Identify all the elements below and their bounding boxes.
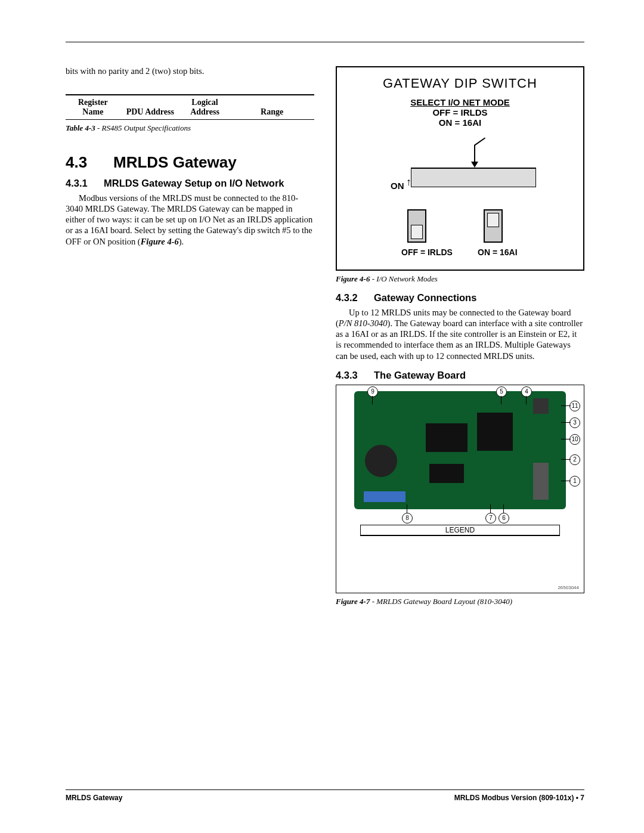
footer-right: MRLDS Modbus Version (809-101x) • 7 bbox=[454, 794, 584, 802]
gateway-board-figure: 9 5 4 11 3 10 2 1 8 7 6 bbox=[336, 385, 584, 593]
footer-row: MRLDS Gateway MRLDS Modbus Version (809-… bbox=[66, 794, 584, 802]
figure-4-7-caption: Figure 4-7 - MRLDS Gateway Board Layout … bbox=[336, 597, 584, 606]
col-register-name: Register Name bbox=[66, 95, 120, 120]
leader-line bbox=[372, 396, 373, 404]
right-column: GATEWAY DIP SWITCH SELECT I/O NET MODE O… bbox=[336, 66, 584, 606]
col-logical-address: Logical Address bbox=[180, 95, 230, 120]
table-caption-label: Table 4-3 bbox=[66, 123, 95, 132]
document-number: 26503044 bbox=[558, 585, 579, 590]
footer-left: MRLDS Gateway bbox=[66, 794, 122, 802]
leader-line bbox=[561, 439, 571, 439]
table-caption: Table 4-3 - RS485 Output Specifications bbox=[66, 123, 314, 133]
two-column-layout: bits with no parity and 2 (two) stop bit… bbox=[66, 66, 584, 606]
leader-line bbox=[490, 504, 491, 513]
leader-line bbox=[561, 405, 571, 406]
callout-2: 2 bbox=[569, 454, 580, 465]
section-4-3-heading: 4.3MRLDS Gateway bbox=[66, 153, 314, 172]
callout-1: 1 bbox=[569, 476, 580, 487]
footer-rule bbox=[66, 789, 584, 790]
callout-7: 7 bbox=[485, 513, 496, 524]
section-4-3-1-body: Modbus versions of the MRLDS must be con… bbox=[66, 193, 314, 247]
leader-line bbox=[561, 422, 571, 423]
callout-8: 8 bbox=[402, 513, 413, 524]
figure-text: - MRLDS Gateway Board Layout (810-3040) bbox=[370, 597, 512, 606]
dip-arrow-icon bbox=[474, 145, 475, 166]
page-footer: MRLDS Gateway MRLDS Modbus Version (809-… bbox=[66, 789, 584, 802]
subsection-number: 4.3.3 bbox=[336, 370, 374, 381]
part-number: P/N 810-3040 bbox=[339, 318, 388, 328]
dip-switch-icon bbox=[364, 491, 405, 502]
table-header-row: Register Name PDU Address Logical Addres… bbox=[66, 95, 314, 120]
capacitor-icon bbox=[365, 445, 397, 477]
callout-6: 6 bbox=[499, 513, 509, 524]
figure-label: Figure 4-6 bbox=[336, 274, 370, 283]
subsection-number: 4.3.2 bbox=[336, 292, 374, 304]
dip-mini-on: ON = 16AI bbox=[478, 209, 509, 257]
figure-text: - I/O Network Modes bbox=[370, 274, 437, 283]
left-column: bits with no parity and 2 (two) stop bit… bbox=[66, 66, 314, 606]
dip-title: GATEWAY DIP SWITCH bbox=[337, 76, 583, 91]
subsection-title: Gateway Connections bbox=[374, 292, 476, 303]
dip-subtitle-off: OFF = IRLDS bbox=[337, 107, 583, 117]
section-4-3-1-heading: 4.3.1MRLDS Gateway Setup on I/O Network bbox=[66, 178, 314, 189]
section-number: 4.3 bbox=[66, 153, 113, 172]
dip-detail-pair: OFF = IRLDS ON = 16AI bbox=[401, 209, 509, 257]
leader-line bbox=[503, 504, 504, 513]
section-4-3-2-body: Up to 12 MRLDS units may be connected to… bbox=[336, 307, 584, 361]
chip-icon bbox=[426, 423, 467, 452]
chip-icon bbox=[477, 413, 513, 451]
callout-4: 4 bbox=[521, 386, 532, 397]
section-title: MRLDS Gateway bbox=[113, 153, 237, 171]
connector-icon bbox=[533, 463, 549, 500]
col-range: Range bbox=[230, 95, 314, 120]
callout-3: 3 bbox=[569, 417, 580, 428]
top-rule bbox=[66, 42, 584, 42]
dip-subtitle-select: SELECT I/O NET MODE bbox=[337, 97, 583, 107]
connector-icon bbox=[533, 398, 549, 414]
figure-label: Figure 4-7 bbox=[336, 597, 370, 606]
mini-switch-off-icon bbox=[407, 209, 426, 243]
leader-line bbox=[561, 481, 571, 481]
figure-4-6-caption: Figure 4-6 - I/O Network Modes bbox=[336, 274, 584, 284]
col-pdu-address: PDU Address bbox=[120, 95, 180, 120]
callout-11: 11 bbox=[569, 401, 580, 411]
subsection-number: 4.3.1 bbox=[66, 178, 104, 189]
section-4-3-2-heading: 4.3.2Gateway Connections bbox=[336, 292, 584, 304]
subsection-title: The Gateway Board bbox=[374, 370, 466, 380]
body-text-end: ). bbox=[179, 237, 184, 246]
pcb-board-icon bbox=[354, 391, 566, 509]
callout-5: 5 bbox=[496, 386, 507, 397]
intro-text: bits with no parity and 2 (two) stop bit… bbox=[66, 66, 314, 76]
dip-subtitle-on: ON = 16AI bbox=[337, 117, 583, 128]
document-page: bits with no parity and 2 (two) stop bit… bbox=[0, 0, 644, 833]
leader-line bbox=[407, 504, 407, 513]
dip-switch-block bbox=[411, 168, 538, 187]
body-text: Modbus versions of the MRLDS must be con… bbox=[66, 193, 312, 246]
callout-10: 10 bbox=[569, 434, 580, 445]
figure-reference: Figure 4-6 bbox=[141, 237, 179, 246]
dip-mini-off: OFF = IRLDS bbox=[401, 209, 432, 257]
legend-title: LEGEND bbox=[361, 525, 559, 535]
mini-off-label: OFF = IRLDS bbox=[401, 247, 432, 257]
leader-line bbox=[501, 396, 501, 404]
mini-on-label: ON = 16AI bbox=[478, 247, 509, 257]
subsection-title: MRLDS Gateway Setup on I/O Network bbox=[104, 178, 284, 188]
callout-9: 9 bbox=[367, 386, 378, 397]
chip-icon bbox=[429, 464, 464, 483]
legend-table: LEGEND bbox=[360, 525, 560, 536]
dip-on-label: ON bbox=[391, 181, 404, 191]
rs485-spec-table: Register Name PDU Address Logical Addres… bbox=[66, 94, 314, 120]
dip-switch-figure: GATEWAY DIP SWITCH SELECT I/O NET MODE O… bbox=[336, 66, 584, 271]
leader-line bbox=[526, 396, 527, 404]
dip-switch-body bbox=[411, 169, 536, 187]
mini-switch-on-icon bbox=[484, 209, 503, 243]
table-caption-text: - RS485 Output Specifications bbox=[95, 123, 191, 132]
section-4-3-3-heading: 4.3.3The Gateway Board bbox=[336, 370, 584, 381]
leader-line bbox=[561, 459, 571, 460]
